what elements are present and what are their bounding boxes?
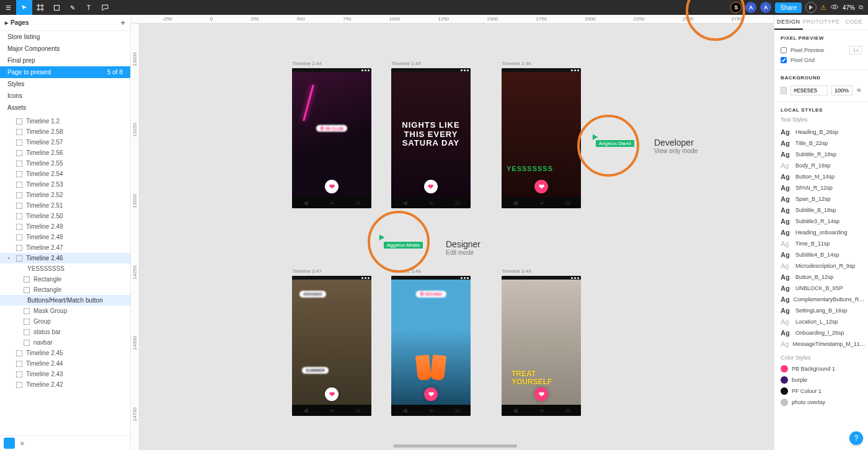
text-style-item[interactable]: AgSubtitle_B_18sp xyxy=(781,205,862,216)
page-item[interactable]: Store listing xyxy=(0,31,130,43)
panel-toggle-icon[interactable]: ⧉ xyxy=(859,4,863,11)
help-button[interactable]: ? xyxy=(849,431,863,445)
text-style-item[interactable]: AgButton_M_14sp xyxy=(781,171,862,182)
layer-item[interactable]: YESSSSSSS xyxy=(0,263,130,274)
background-hex-input[interactable] xyxy=(790,86,828,95)
layer-item[interactable]: Timeline 2.43 xyxy=(0,369,130,379)
page-item[interactable]: Page to present5 of 8 xyxy=(0,66,130,78)
page-item[interactable]: Icons xyxy=(0,90,130,102)
tab-prototype[interactable]: PROTOTYPE xyxy=(803,15,840,30)
page-item[interactable]: Final prep xyxy=(0,55,130,66)
page-item[interactable]: Styles xyxy=(0,78,130,90)
layer-item[interactable]: Timeline 2.55 xyxy=(0,158,130,169)
layer-item[interactable]: status bar xyxy=(0,327,130,337)
text-style-item[interactable]: AgButton_B_12sp xyxy=(781,271,862,283)
add-page-button[interactable]: + xyxy=(120,18,125,27)
text-style-item[interactable]: AgSpan_B_12sp xyxy=(781,193,862,205)
shape-tool[interactable] xyxy=(48,0,64,15)
layer-item[interactable]: Timeline 2.45 xyxy=(0,348,130,358)
layer-item[interactable]: Timeline 2.54 xyxy=(0,169,130,179)
text-style-item[interactable]: AgMessageTimestamp_M_11… xyxy=(781,338,862,350)
color-style-item[interactable]: PF Colour 1 xyxy=(781,386,862,397)
section-background: BACKGROUND 👁 xyxy=(774,70,868,102)
layer-item[interactable]: Timeline 2.48 xyxy=(0,232,130,242)
artboard[interactable]: Timeline 2.49TREATYOURSELF❤◁○□ xyxy=(502,268,581,416)
color-style-item[interactable]: burple xyxy=(781,374,862,386)
team-library-icon[interactable]: ◈ xyxy=(20,439,25,446)
layer-item[interactable]: Timeline 2.49 xyxy=(0,221,130,232)
tab-code[interactable]: CODE xyxy=(839,15,868,30)
text-style-item[interactable]: AgTime_B_11sp xyxy=(781,238,862,249)
annotation-designer: Designer Edit mode xyxy=(446,239,480,256)
avatar-user-a1[interactable]: A xyxy=(745,2,756,13)
avatar-user-s[interactable]: S xyxy=(730,2,742,13)
text-style-item[interactable]: AgTitle_B_22sp xyxy=(781,138,862,149)
avatar-user-a2[interactable]: A xyxy=(760,2,771,13)
text-style-item[interactable]: AgMicrodescription_R_9sp xyxy=(781,260,862,271)
layer-item[interactable]: Timeline 2.42 xyxy=(0,379,130,390)
text-style-item[interactable]: AgOnboarding_l_26sp xyxy=(781,327,862,338)
components-icon[interactable] xyxy=(4,438,15,449)
text-style-item[interactable]: AgBody_R_16sp xyxy=(781,160,862,171)
text-style-item[interactable]: AgSPAN_R_12sp xyxy=(781,182,862,193)
layer-item[interactable]: navbar xyxy=(0,337,130,348)
layer-item[interactable]: Rectangle xyxy=(0,285,130,295)
layer-item[interactable]: Timeline 2.51 xyxy=(0,200,130,211)
move-tool[interactable] xyxy=(16,0,32,15)
layer-item[interactable]: Timeline 2.50 xyxy=(0,211,130,221)
artboard[interactable]: Timeline 2.47#DOGGOSUMMER❤◁○□ xyxy=(292,268,371,416)
pixel-preview-checkbox[interactable] xyxy=(781,47,787,53)
pages-title: Pages xyxy=(11,19,29,26)
layer-item[interactable]: Timeline 2.57 xyxy=(0,137,130,148)
text-style-item[interactable]: AgLocation_L_12sp xyxy=(781,316,862,327)
layer-item[interactable]: Timeline 2.47 xyxy=(0,242,130,253)
view-settings-icon[interactable] xyxy=(830,4,839,11)
layer-item[interactable]: Rectangle xyxy=(0,274,130,285)
layer-item[interactable]: Buttons/Heart/Match button xyxy=(0,295,130,306)
canvas-area[interactable]: -250025050075010001250150017502000225025… xyxy=(131,15,774,450)
zoom-level[interactable]: 47% xyxy=(843,4,855,11)
text-style-item[interactable]: AgSettingLang_B_16sp xyxy=(781,305,862,316)
menu-icon[interactable]: ☰ xyxy=(0,0,16,15)
present-button[interactable] xyxy=(805,2,817,13)
canvas[interactable]: Angelos David Developer View only mode A… xyxy=(140,24,774,450)
layer-item[interactable]: Mask Group xyxy=(0,306,130,316)
artboard[interactable]: Timeline 2.44⦿ 90 CLUB❤◁○□ xyxy=(292,61,371,208)
artboard[interactable]: Timeline 2.45NIGHTS LIKE THIS EVERY SATU… xyxy=(391,61,471,208)
pixel-grid-checkbox[interactable] xyxy=(781,57,787,63)
pixel-scale-select[interactable]: 1x xyxy=(849,46,862,55)
color-style-item[interactable]: PB Background 1 xyxy=(781,363,862,374)
pen-tool[interactable]: ✎ xyxy=(64,0,81,15)
tab-design[interactable]: DESIGN xyxy=(774,15,803,30)
text-style-item[interactable]: AgHeading_onboarding xyxy=(781,227,862,238)
layer-item[interactable]: Timeline 2.44 xyxy=(0,358,130,369)
layer-item[interactable]: Timeline 2.53 xyxy=(0,179,130,190)
text-style-item[interactable]: AgComplementaryButtons_R… xyxy=(781,294,862,305)
text-style-item[interactable]: AgSubtitle4_B_14sp xyxy=(781,249,862,260)
layer-item[interactable]: Group xyxy=(0,316,130,327)
text-style-item[interactable]: AgUNBLOCK_B_9SP xyxy=(781,283,862,294)
artboard[interactable]: Timeline 2.46YESSSSSSS❤◁○□ xyxy=(502,61,581,208)
layer-item[interactable]: Timeline 1.2 xyxy=(0,116,130,126)
text-style-item[interactable]: AgHeading_B_26sp xyxy=(781,126,862,138)
text-style-item[interactable]: AgSubtitle_R_18sp xyxy=(781,149,862,160)
text-style-item[interactable]: AgSubtitle3_R_14sp xyxy=(781,216,862,227)
share-button[interactable]: Share xyxy=(775,2,802,13)
background-opacity-input[interactable] xyxy=(831,86,852,95)
background-swatch[interactable] xyxy=(781,87,787,94)
layer-item[interactable]: Timeline 2.58 xyxy=(0,126,130,137)
page-item[interactable]: Assets xyxy=(0,102,130,113)
frame-tool[interactable] xyxy=(32,0,48,15)
layer-item[interactable]: Timeline 2.52 xyxy=(0,190,130,200)
artboard[interactable]: Timeline 2.48⦿ SOUNIO❤◁○□ xyxy=(391,268,471,416)
warning-icon[interactable]: ⚠ xyxy=(820,4,826,12)
background-visibility-icon[interactable]: 👁 xyxy=(856,87,862,94)
page-item[interactable]: Major Components xyxy=(0,43,130,55)
layer-item[interactable]: ▾Timeline 2.46 xyxy=(0,253,130,263)
annotation-developer-title: Developer xyxy=(654,138,698,148)
comment-tool[interactable] xyxy=(97,0,113,15)
text-tool[interactable]: T xyxy=(81,0,97,15)
layer-item[interactable]: Timeline 2.56 xyxy=(0,148,130,158)
color-style-item[interactable]: photo overlay xyxy=(781,397,862,408)
canvas-scrollbar-horizontal[interactable] xyxy=(393,444,517,448)
